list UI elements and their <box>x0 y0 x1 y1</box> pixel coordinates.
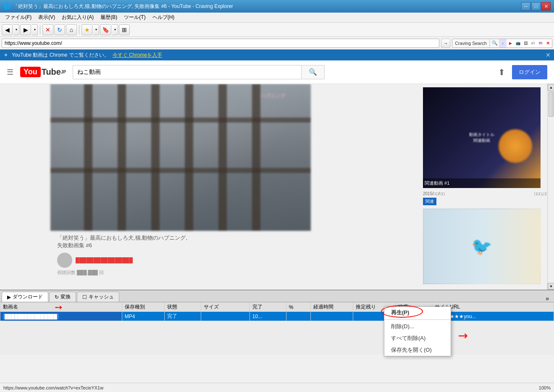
tab-cache[interactable]: ☐ キャッシュ <box>77 292 119 302</box>
scroll-up-arrow[interactable]: ▲ <box>548 84 554 91</box>
sidebar-stats-1: 2015/□□/□□ □□□,□□□ <box>423 191 551 196</box>
context-separator-1 <box>384 319 451 320</box>
fence-bar-2 <box>118 84 126 231</box>
back-dropdown[interactable]: ▾ <box>13 24 19 35</box>
sidebar-thumb-1[interactable]: 動画タイトル 関連動画 関連動画 #1 <box>423 87 541 188</box>
fence-bar-4 <box>185 84 193 231</box>
col-percent: % <box>286 303 310 312</box>
maximize-button[interactable]: □ <box>531 2 541 10</box>
yt-search-input[interactable] <box>73 65 301 79</box>
channel-avatar <box>57 253 72 268</box>
menu-help[interactable]: ヘルプ(H) <box>149 13 178 22</box>
sidebar-thumb-2-bg: 🐦 <box>423 209 541 284</box>
channel-link[interactable]: ████████████████ <box>76 257 133 263</box>
video-title-line1: 「絶対笑う」最高におもしろ犬,猫,動物のハプニング, <box>57 234 413 242</box>
context-menu-open-folder[interactable]: 保存先を開く(O) <box>384 344 451 356</box>
infobar-text: YouTube 動画は Chrome でご覧ください。 <box>12 52 109 59</box>
youtube-logo-tube: Tube <box>42 67 61 77</box>
row-size <box>201 312 249 321</box>
search-icon-image[interactable]: 🖼 <box>522 39 529 48</box>
video-info: 「絶対笑う」最高におもしろ犬,猫,動物のハプニング, 失敗動画集 #6 ████… <box>50 231 420 279</box>
address-input[interactable] <box>2 39 439 48</box>
menu-file[interactable]: ファイル(F) <box>2 13 35 22</box>
favorites-button[interactable]: ★ <box>81 24 92 35</box>
tab-cache-icon: ☐ <box>82 294 87 300</box>
toolbar: ◀ ▾ ▶ ▾ ✕ ↻ ⌂ ★ ▾ 🔖 ▾ ⊞ <box>0 23 554 37</box>
back-button[interactable]: ◀ <box>2 24 13 35</box>
forward-dropdown[interactable]: ▾ <box>32 24 38 35</box>
sidebar-date-1: 2015/□□/□□ <box>423 191 445 196</box>
context-menu-delete-all[interactable]: すべて削除(A) <box>384 332 451 344</box>
main-content-area: ハプニング 「絶対笑う」最高におもしろ犬,猫,動物のハプニング, 失敗動画集 #… <box>0 84 554 290</box>
search-icon-tag[interactable]: 🏷 <box>529 39 537 48</box>
refresh-button[interactable]: ↻ <box>54 24 65 35</box>
sidebar-overlay-1: 関連動画 #1 <box>423 178 541 188</box>
search-icon-rakuten[interactable]: R <box>544 39 552 48</box>
search-icon-magnify[interactable]: 🔍 <box>490 39 499 48</box>
context-menu-delete[interactable]: 削除(D)... <box>384 321 451 332</box>
video-thumbnail: ハプニング <box>50 84 311 231</box>
youtube-header: ☰ YouTubeJP 🔍 ⬆ ログイン <box>0 60 554 84</box>
channel-info: ████████████████ <box>57 253 413 268</box>
video-container: ハプニング 「絶対笑う」最高におもしろ犬,猫,動物のハプニング, 失敗動画集 #… <box>0 84 420 279</box>
yt-upload-icon[interactable]: ⬆ <box>498 67 505 77</box>
tab-convert[interactable]: ↻ 変換 <box>49 292 76 302</box>
header-row: 動画名 保存種別 状態 サイズ 完了 % 経過時間 推定残り 速度 サイトURL <box>0 303 554 312</box>
go-button[interactable]: → <box>441 39 450 48</box>
infobar-chrome-link[interactable]: 今すぐ Chromeを入手 <box>113 52 162 59</box>
minimize-button[interactable]: ─ <box>521 2 530 10</box>
sidebar-thumb-1-text: 動画タイトル 関連動画 <box>466 128 498 147</box>
download-table-header: 動画名 保存種別 状態 サイズ 完了 % 経過時間 推定残り 速度 サイトURL <box>0 303 554 312</box>
download-row-1[interactable]: ████████████████ MP4 完了 10... https://★★… <box>0 312 554 321</box>
favorites-dropdown[interactable]: ▾ <box>93 24 99 35</box>
menu-view[interactable]: 表示(V) <box>35 13 58 22</box>
panel-collapse-button[interactable]: » <box>542 295 552 302</box>
row-elapsed <box>310 312 353 321</box>
fence-h2 <box>50 168 311 173</box>
search-icon-video[interactable]: 📺 <box>514 39 522 48</box>
stop-button[interactable]: ✕ <box>42 24 53 35</box>
tools-button[interactable]: ⊞ <box>119 24 130 35</box>
row-name: ████████████████ <box>0 312 122 321</box>
scrollbar[interactable]: ▲ ▼ <box>547 84 554 290</box>
infobar-close-button[interactable]: ✕ <box>546 52 551 58</box>
context-menu-item-play-container: 再生(P) <box>384 307 451 319</box>
row-name-highlight: ████████████████ <box>3 314 59 319</box>
fence-bar-1 <box>84 84 92 231</box>
infobar-star-icon: ✦ <box>3 52 8 58</box>
yt-signin-button[interactable]: ログイン <box>512 65 547 79</box>
tab-convert-icon: ↻ <box>55 294 59 300</box>
yt-search-box: 🔍 <box>73 65 325 79</box>
fence-bar-5 <box>218 84 227 231</box>
video-overlay-text: ハプニング <box>260 92 286 99</box>
download-table-body: ████████████████ MP4 完了 10... https://★★… <box>0 312 554 321</box>
col-type: 保存種別 <box>122 303 164 312</box>
tab-download[interactable]: ▶ ダウンロード <box>2 292 48 302</box>
close-button[interactable]: ✕ <box>541 2 551 10</box>
menu-history[interactable]: 履歴(B) <box>97 13 121 22</box>
sidebar-thumb-2[interactable]: 🐦 <box>423 209 541 284</box>
col-elapsed: 経過時間 <box>310 303 353 312</box>
download-table: 動画名 保存種別 状態 サイズ 完了 % 経過時間 推定残り 速度 サイトURL… <box>0 302 554 321</box>
scroll-thumb[interactable] <box>549 91 554 117</box>
tab-download-label: ダウンロード <box>13 293 43 301</box>
search-icon-yahoo[interactable]: Y! <box>537 39 544 48</box>
download-table-container: 動画名 保存種別 状態 サイズ 完了 % 経過時間 推定残り 速度 サイトURL… <box>0 302 554 344</box>
search-icon-music[interactable]: ♪ <box>499 39 507 48</box>
tab-convert-label: 変換 <box>60 293 71 301</box>
scroll-down-arrow[interactable]: ▼ <box>548 283 554 290</box>
menu-favorites[interactable]: お気に入り(A) <box>58 13 97 22</box>
home-button[interactable]: ⌂ <box>66 24 77 35</box>
row-status: 完了 <box>165 312 201 321</box>
search-icon-youtube[interactable]: ▶ <box>507 39 514 48</box>
menu-tools[interactable]: ツール(T) <box>121 13 149 22</box>
video-stats: 視聴回数 ███,███ 回 <box>57 269 413 276</box>
bookmark-button[interactable]: 🔖 <box>100 24 111 35</box>
yt-search-button[interactable]: 🔍 <box>301 65 325 79</box>
yt-menu-icon[interactable]: ☰ <box>7 68 13 77</box>
youtube-logo[interactable]: YouTubeJP <box>20 67 66 77</box>
sidebar-bird-icon: 🐦 <box>471 237 492 256</box>
context-menu-play[interactable]: 再生(P) <box>384 307 451 319</box>
bookmark-dropdown[interactable]: ▾ <box>112 24 118 35</box>
forward-button[interactable]: ▶ <box>20 24 31 35</box>
